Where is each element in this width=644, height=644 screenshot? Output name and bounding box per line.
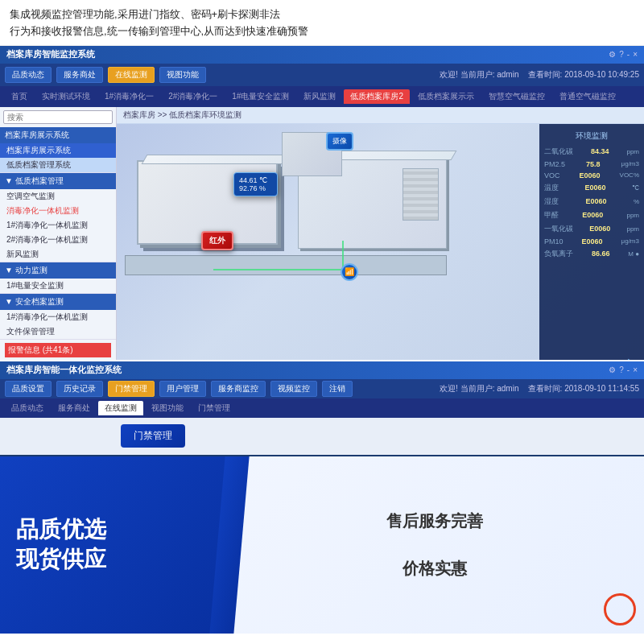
sys-titlebar: 档案库房智能监控系统 ⚙ ? - × bbox=[0, 46, 644, 64]
corner-decoration bbox=[604, 593, 636, 625]
sidebar-item-elec[interactable]: 1#电量安全监测 bbox=[0, 279, 116, 293]
tab-power[interactable]: 1#电量安全监测 bbox=[225, 89, 295, 104]
env-temp: 温度 E0060 ℃ bbox=[544, 183, 639, 193]
sidebar-item-ventilation[interactable]: 新风监测 bbox=[0, 247, 116, 262]
window-controls: ⚙ ? - × bbox=[609, 50, 638, 59]
bottom-banner: 品质优选 现货供应 售后服务完善 价格实惠 bbox=[0, 456, 644, 634]
toolbar-btn-quality[interactable]: 品质动态 bbox=[5, 67, 52, 83]
temp-humidity-sensor[interactable]: 44.61 ℃ 92.76 % bbox=[233, 172, 278, 196]
second-content-area: 门禁管理 bbox=[0, 418, 644, 455]
sidebar-section-power: ▼ 动力监测 1#电量安全监测 bbox=[0, 262, 116, 294]
sidebar-item-sec-purify[interactable]: 1#消毒净化一体机监测 bbox=[0, 310, 116, 324]
wifi-icon: 📶 bbox=[345, 267, 354, 276]
second-maximize-icon[interactable]: - bbox=[627, 365, 630, 374]
promo-line1: 品质优选 bbox=[16, 515, 209, 544]
second-close-icon[interactable]: × bbox=[633, 365, 638, 374]
env-negative-ions: 负氧离子 86.66 M ● bbox=[544, 249, 639, 259]
humidity-value: 92.76 % bbox=[239, 184, 272, 192]
banner-line2: 行为和接收报警信息,统一传输到管理中心,从而达到快速准确预警 bbox=[10, 23, 634, 40]
tab-airflow[interactable]: 新风监测 bbox=[297, 89, 342, 104]
promo-left-section: 品质优选 现货供应 bbox=[0, 456, 225, 634]
second-tab-quality[interactable]: 品质动态 bbox=[5, 401, 50, 415]
tab-normal-air[interactable]: 普通空气磁监控 bbox=[553, 89, 622, 104]
sidebar-section-title-security[interactable]: ▼ 安全档案监测 bbox=[0, 294, 116, 310]
tab-purify2[interactable]: 2#消毒净化一 bbox=[162, 89, 224, 104]
tab-purify1[interactable]: 1#消毒净化一 bbox=[98, 89, 160, 104]
maximize-icon[interactable]: - bbox=[627, 50, 630, 59]
left-sidebar: 档案库房展示系统 档案库房展示系统 低质档案管理系统 ▼ 低质档案管理 空调空气… bbox=[0, 107, 117, 360]
main-content: 档案库房展示系统 档案库房展示系统 低质档案管理系统 ▼ 低质档案管理 空调空气… bbox=[0, 107, 644, 360]
env-pm25: PM2.5 75.8 μg/m3 bbox=[544, 160, 639, 168]
env-formaldehyde: 甲醛 E0060 ppm bbox=[544, 210, 639, 221]
second-btn-video[interactable]: 视频监控 bbox=[270, 381, 317, 397]
second-gear-icon[interactable]: ⚙ bbox=[609, 365, 616, 374]
infrared-sensor[interactable]: 红外 bbox=[201, 231, 233, 250]
camera-label: 摄像 bbox=[332, 137, 347, 145]
alarm-section: 报警信息 (共41条) 紧急报警 9条 严重报警 1条 主要报警 23条 次要报… bbox=[0, 340, 116, 360]
sidebar-section-title-monitor[interactable]: ▼ 低质档案管理 bbox=[0, 173, 116, 189]
sidebar-item-purify-unit[interactable]: 消毒净化一体机监测 bbox=[0, 204, 116, 218]
banner-line1: 集成视频监控管理功能,采用进门指纹、密码+刷卡探测非法 bbox=[10, 6, 634, 23]
archive-system: 档案库房智能监控系统 ⚙ ? - × 品质动态 服务商处 在线监测 视图功能 欢… bbox=[0, 46, 644, 360]
second-window-controls: ⚙ ? - × bbox=[609, 365, 638, 374]
second-tab-service[interactable]: 服务商处 bbox=[52, 401, 97, 415]
tab-archive-display[interactable]: 低质档案展示示 bbox=[411, 89, 481, 104]
env-panel-title: 环境监测 bbox=[544, 130, 639, 142]
second-btn-settings[interactable]: 品质设置 bbox=[5, 381, 52, 397]
tab-home[interactable]: 首页 bbox=[5, 89, 34, 104]
env-co: 一氧化碳 E0060 ppm bbox=[544, 224, 639, 234]
sidebar-item-file-mgmt[interactable]: 文件保管管理 bbox=[0, 324, 116, 339]
second-sys-title: 档案库房智能一体化监控系统 bbox=[6, 364, 122, 376]
env-co2: 二氧化碳 84.34 ppm bbox=[544, 147, 639, 157]
top-banner: 集成视频监控管理功能,采用进门指纹、密码+刷卡探测非法 行为和接收报警信息,统一… bbox=[0, 0, 644, 46]
second-breadcrumb-nav: 门禁管理 bbox=[198, 402, 230, 414]
tab-realtime[interactable]: 实时测试环境 bbox=[35, 89, 97, 104]
sidebar-item-aircon[interactable]: 空调空气监测 bbox=[0, 189, 116, 204]
promo-separator bbox=[386, 536, 483, 553]
sidebar-item-lowq[interactable]: 低质档案管理系统 bbox=[0, 158, 116, 172]
sidebar-search-area bbox=[0, 107, 116, 127]
tab-smart-air[interactable]: 智慧空气磁监控 bbox=[482, 89, 551, 104]
alarm-title: 报警信息 (共41条) bbox=[5, 343, 111, 357]
second-minimize-icon[interactable]: ? bbox=[619, 365, 624, 374]
env-voc: VOC E0060 VOC% bbox=[544, 171, 639, 180]
promo-line2: 现货供应 bbox=[16, 545, 209, 574]
sys-toolbar: 品质动态 服务商处 在线监测 视图功能 欢迎! 当前用户: admin 查看时间… bbox=[0, 64, 644, 86]
promo-sub-line1: 售后服务完善 bbox=[386, 509, 483, 533]
second-tab-access[interactable]: 在线监测 bbox=[98, 401, 143, 415]
second-tab-view[interactable]: 视图功能 bbox=[145, 401, 190, 415]
toolbar-btn-view[interactable]: 视图功能 bbox=[159, 67, 206, 83]
tab-archive-low[interactable]: 低质档案库房2 bbox=[344, 89, 410, 104]
temp-value: 44.61 ℃ bbox=[239, 176, 272, 184]
second-btn-access[interactable]: 门禁管理 bbox=[108, 381, 155, 397]
infrared-label: 红外 bbox=[209, 236, 225, 245]
second-btn-service[interactable]: 服务商监控 bbox=[211, 381, 266, 397]
sidebar-section-security: ▼ 安全档案监测 1#消毒净化一体机监测 文件保管管理 bbox=[0, 294, 116, 340]
promo-sub-text: 售后服务完善 价格实惠 bbox=[386, 509, 483, 580]
minimize-icon[interactable]: ? bbox=[619, 50, 624, 59]
floorplan-area: 44.61 ℃ 92.76 % 红外 摄像 📶 bbox=[117, 124, 644, 360]
sidebar-section-monitor: ▼ 低质档案管理 空调空气监测 消毒净化一体机监测 1#消毒净化一体机监测 2#… bbox=[0, 173, 116, 262]
second-btn-logout[interactable]: 注销 bbox=[322, 381, 353, 397]
user-info: 欢迎! 当前用户: admin 查看时间: 2018-09-10 10:49:2… bbox=[440, 69, 639, 80]
second-btn-history[interactable]: 历史记录 bbox=[56, 381, 103, 397]
second-access-badge: 门禁管理 bbox=[121, 424, 185, 448]
sidebar-item-display[interactable]: 档案库房展示系统 bbox=[0, 143, 116, 158]
wifi-sensor[interactable]: 📶 bbox=[341, 263, 358, 281]
gear-icon[interactable]: ⚙ bbox=[609, 50, 616, 59]
search-input[interactable] bbox=[3, 110, 113, 124]
sidebar-item-purify2[interactable]: 2#消毒净化一体机监测 bbox=[0, 233, 116, 247]
sidebar-section-title-power[interactable]: ▼ 动力监测 bbox=[0, 262, 116, 279]
sidebar-item-purify1[interactable]: 1#消毒净化一体机监测 bbox=[0, 218, 116, 233]
toolbar-btn-service[interactable]: 服务商处 bbox=[56, 67, 103, 83]
second-user-info: 欢迎! 当前用户: admin 查看时间: 2018-09-10 11:14:5… bbox=[440, 383, 639, 394]
env-panel: 环境监测 二氧化碳 84.34 ppm PM2.5 75.8 μg/m3 VOC… bbox=[539, 124, 644, 360]
toolbar-btn-monitor[interactable]: 在线监测 bbox=[108, 67, 155, 83]
close-icon[interactable]: × bbox=[633, 50, 638, 59]
second-btn-users[interactable]: 用户管理 bbox=[159, 381, 206, 397]
iso-container: 44.61 ℃ 92.76 % 红外 摄像 📶 bbox=[125, 128, 471, 305]
nav-tabs: 首页 实时测试环境 1#消毒净化一 2#消毒净化一 1#电量安全监测 新风监测 … bbox=[0, 86, 644, 107]
sidebar-section-title-display[interactable]: 档案库房展示系统 bbox=[0, 127, 116, 143]
camera-sensor[interactable]: 摄像 bbox=[326, 132, 353, 151]
nav-line-h bbox=[213, 269, 342, 270]
